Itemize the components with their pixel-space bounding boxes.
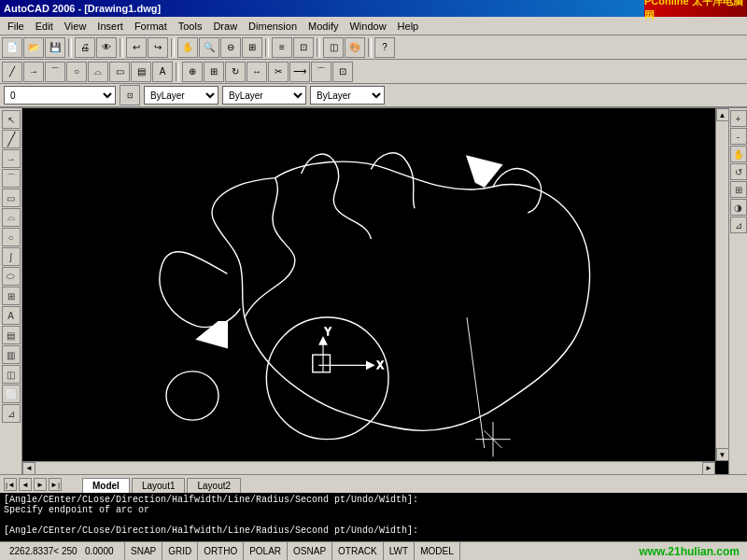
open-button[interactable]: 📂 (23, 37, 44, 58)
menu-item-view[interactable]: View (59, 19, 92, 34)
rt-render[interactable]: ◑ (730, 199, 747, 216)
pan-button[interactable]: ✋ (177, 37, 198, 58)
tab-first-button[interactable]: |◄ (4, 478, 17, 491)
polar-button[interactable]: POLAR (244, 542, 288, 560)
lt-spline-button[interactable]: ∫ (2, 247, 21, 266)
extend-button[interactable]: ⟶ (289, 62, 310, 82)
lineweight-select[interactable]: ByLayer (310, 86, 385, 105)
rt-zoom-out[interactable]: - (730, 128, 747, 145)
rectangle-button[interactable]: ▭ (109, 62, 130, 82)
linetype-select[interactable]: ByLayer (222, 86, 306, 105)
undo-button[interactable]: ↩ (126, 37, 147, 58)
menu-item-file[interactable]: File (2, 19, 30, 34)
lt-ellipse-button[interactable]: ⬭ (2, 267, 21, 286)
tab-last-button[interactable]: ►| (49, 478, 62, 491)
layer-props-button[interactable]: ⊡ (120, 85, 140, 105)
menu-item-insert[interactable]: Insert (92, 19, 129, 34)
lt-region-button[interactable]: ◫ (2, 365, 21, 384)
menu-item-help[interactable]: Help (392, 19, 425, 34)
text-button[interactable]: A (152, 62, 173, 82)
menu-item-format[interactable]: Format (129, 19, 173, 34)
trim-button[interactable]: ✂ (268, 62, 289, 82)
lt-circle-button[interactable]: ○ (2, 228, 21, 246)
lt-polyline-button[interactable]: ⌒ (2, 169, 21, 188)
menu-item-edit[interactable]: Edit (30, 19, 59, 34)
line-button[interactable]: ╱ (2, 62, 22, 82)
lt-line-button[interactable]: ╱ (2, 130, 21, 148)
new-button[interactable]: 📄 (2, 37, 22, 58)
rt-pan[interactable]: ✋ (730, 146, 747, 162)
zoom-button[interactable]: 🔍 (199, 37, 219, 58)
layer-button[interactable]: ◫ (323, 37, 344, 58)
help-button[interactable]: ? (374, 37, 395, 58)
polyline-button[interactable]: ⌒ (45, 62, 65, 82)
menu-item-window[interactable]: Window (344, 19, 391, 34)
hatch-button[interactable]: ▤ (131, 62, 151, 82)
zoom-extent-button[interactable]: ⊞ (242, 37, 262, 58)
vertical-scrollbar[interactable]: ▲ ▼ (715, 108, 728, 461)
properties-button[interactable]: ≡ (272, 37, 292, 58)
toolbar-draw: ╱ → ⌒ ○ ⌓ ▭ ▤ A ⊕ ⊞ ↻ ↔ ✂ ⟶ ⌒ ⊡ (0, 60, 747, 84)
lt-gradient-button[interactable]: ▥ (2, 345, 21, 364)
layer-select[interactable]: 0 (4, 86, 116, 105)
scale-button[interactable]: ↔ (247, 62, 267, 82)
rt-rotate[interactable]: ↺ (730, 163, 747, 180)
color-button[interactable]: 🎨 (345, 37, 365, 58)
scroll-left-button[interactable]: ◄ (22, 462, 35, 475)
scroll-up-button[interactable]: ▲ (716, 108, 729, 121)
print-button[interactable]: 🖨 (75, 37, 95, 58)
zoom-prev-button[interactable]: ⊖ (220, 37, 241, 58)
coordinates-display: 2262.8337< 250 0.0000 (4, 542, 125, 560)
ray-button[interactable]: → (23, 62, 44, 82)
print-preview-button[interactable]: 👁 (96, 37, 117, 58)
lt-wipeout-button[interactable]: ⬜ (2, 385, 21, 403)
tab-layout2[interactable]: Layout2 (187, 478, 241, 493)
arc-button[interactable]: ⌓ (88, 62, 108, 82)
rotate-button[interactable]: ↻ (225, 62, 246, 82)
lt-rect-button[interactable]: ▭ (2, 189, 21, 207)
logo-area: PConline 太平洋电脑网 (644, 0, 747, 17)
pick-button[interactable]: ↖ (2, 110, 21, 129)
tab-prev-button[interactable]: ◄ (19, 478, 32, 491)
model-button[interactable]: MODEL (415, 542, 460, 560)
fillet-button[interactable]: ⌒ (311, 62, 331, 82)
move-button[interactable]: ⊕ (182, 62, 203, 82)
grid-button[interactable]: GRID (162, 542, 198, 560)
copy-button[interactable]: ⊞ (204, 62, 224, 82)
rt-walk[interactable]: ⊿ (730, 217, 747, 233)
lt-3d-button[interactable]: ⊿ (2, 404, 21, 423)
menu-item-draw[interactable]: Draw (207, 19, 243, 34)
snap-button[interactable]: SNAP (125, 542, 162, 560)
scroll-down-button[interactable]: ▼ (716, 448, 729, 461)
lt-mtext-button[interactable]: A (2, 306, 21, 325)
lt-arc-button[interactable]: ⌓ (2, 208, 21, 227)
ortho-button[interactable]: ORTHO (198, 542, 244, 560)
match-properties-button[interactable]: ⊡ (293, 37, 314, 58)
tab-layout1[interactable]: Layout1 (132, 478, 186, 493)
lt-hatch-button[interactable]: ▤ (2, 326, 21, 344)
explode-button[interactable]: ⊡ (332, 62, 353, 82)
otrack-button[interactable]: OTRACK (332, 542, 384, 560)
horizontal-scrollbar[interactable]: ◄ ► (22, 461, 715, 474)
redo-button[interactable]: ↪ (148, 37, 168, 58)
canvas-area[interactable]: Y X ▲ ▼ ◄ ► (22, 108, 728, 474)
scroll-right-button[interactable]: ► (702, 462, 715, 475)
color-select[interactable]: ByLayer (144, 86, 218, 105)
circle-button[interactable]: ○ (66, 62, 87, 82)
lt-insert-button[interactable]: ⊞ (2, 287, 21, 305)
rt-zoom-in[interactable]: + (730, 110, 747, 127)
lwt-button[interactable]: LWT (384, 542, 415, 560)
command-line-1: [Angle/CEnter/CLose/Direction/Halfwidth/… (4, 495, 743, 505)
rt-3d[interactable]: ⊞ (730, 181, 747, 198)
lt-ray-button[interactable]: → (2, 149, 21, 168)
separator-d1 (176, 63, 179, 81)
tab-model[interactable]: Model (82, 478, 130, 493)
svg-text:X: X (377, 360, 384, 371)
menu-item-modify[interactable]: Modify (303, 19, 344, 34)
save-button[interactable]: 💾 (45, 37, 65, 58)
menu-item-tools[interactable]: Tools (173, 19, 208, 34)
osnap-button[interactable]: OSNAP (288, 542, 332, 560)
watermark: www.21hulian.com (635, 545, 743, 558)
tab-next-button[interactable]: ► (34, 478, 47, 491)
menu-item-dimension[interactable]: Dimension (243, 19, 303, 34)
